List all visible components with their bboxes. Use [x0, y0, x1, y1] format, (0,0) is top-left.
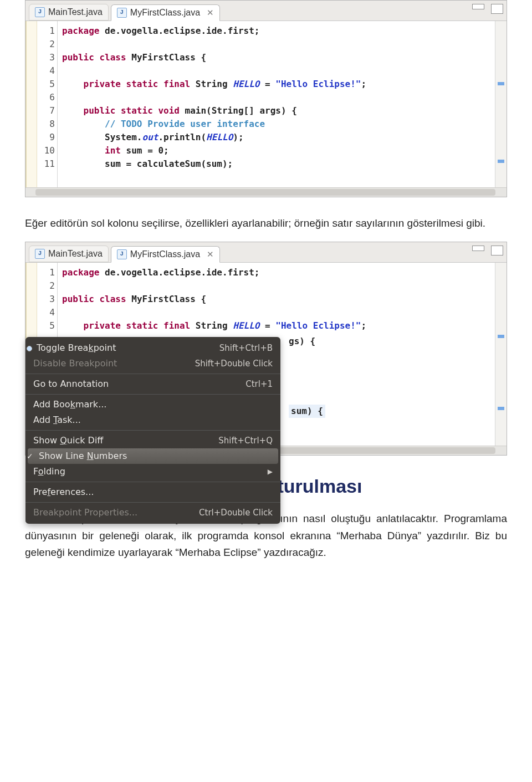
eclipse-editor-1: J MainTest.java J MyFirstClass.java ✕ 1 … [25, 0, 507, 197]
menu-breakpoint-properties: Breakpoint Properties... Ctrl+Double Cli… [25, 502, 280, 520]
tab-myfirstclass[interactable]: J MyFirstClass.java ✕ [111, 4, 220, 21]
overview-ruler-right[interactable] [495, 21, 507, 187]
shortcut-label: Shift+Double Click [195, 358, 273, 369]
tab-maintest[interactable]: J MainTest.java [29, 4, 109, 21]
line-number-gutter[interactable]: 1 2 3 4 5 6 7 8 9 10 11 [37, 21, 58, 187]
shortcut-label: Shift+Ctrl+B [219, 343, 273, 354]
editor-tabbar: J MainTest.java J MyFirstClass.java ✕ [25, 1, 507, 21]
horizontal-scrollbar[interactable] [25, 187, 507, 197]
tab-label: MainTest.java [48, 7, 103, 17]
submenu-arrow-icon: ▶ [268, 466, 273, 477]
overview-mark[interactable] [498, 160, 504, 163]
editor-tabbar: J MainTest.java J MyFirstClass.java ✕ [25, 242, 507, 263]
tab-myfirstclass[interactable]: J MyFirstClass.java ✕ [111, 246, 220, 263]
breakpoint-icon [27, 346, 32, 351]
menu-show-line-numbers[interactable]: ✓ Show Line Numbers [28, 448, 278, 464]
paragraph-editor-sidebar: Eğer editörün sol kolonu seçilirse, özel… [25, 215, 507, 232]
menu-add-task[interactable]: Add Task... [25, 412, 280, 428]
java-file-icon: J [35, 7, 45, 17]
close-icon[interactable]: ✕ [207, 249, 214, 259]
menu-toggle-breakpoint[interactable]: Toggle Breakpoint Shift+Ctrl+B [25, 340, 280, 356]
tab-label: MainTest.java [48, 249, 103, 259]
check-icon: ✓ [27, 451, 33, 462]
minimize-button[interactable] [472, 4, 484, 9]
overview-ruler-left[interactable] [25, 21, 37, 187]
menu-add-bookmark[interactable]: Add Bookmark... [25, 394, 280, 412]
java-file-icon: J [35, 249, 45, 259]
code-area[interactable]: package de.vogella.eclipse.ide.first; pu… [58, 21, 495, 187]
menu-go-to-annotation[interactable]: Go to Annotation Ctrl+1 [25, 374, 280, 392]
menu-preferences[interactable]: Preferences... [25, 482, 280, 500]
shortcut-label: Shift+Ctrl+Q [218, 435, 273, 446]
overview-mark[interactable] [498, 407, 504, 410]
code-fragment: gs) { [289, 335, 315, 348]
menu-show-quick-diff[interactable]: Show Quick Diff Shift+Ctrl+Q [25, 430, 280, 448]
overview-ruler-right[interactable] [495, 263, 507, 446]
menu-disable-breakpoint: Disable Breakpoint Shift+Double Click [25, 356, 280, 371]
line-numbers: 1 2 3 4 5 [37, 266, 57, 333]
maximize-button[interactable] [491, 4, 503, 14]
tab-label: MyFirstClass.java [130, 8, 200, 18]
close-icon[interactable]: ✕ [207, 8, 214, 18]
scrollbar-thumb[interactable] [35, 189, 495, 196]
maximize-button[interactable] [491, 246, 503, 255]
overview-mark[interactable] [498, 335, 504, 338]
minimize-button[interactable] [472, 246, 484, 251]
gutter-context-menu: Toggle Breakpoint Shift+Ctrl+B Disable B… [25, 337, 280, 524]
menu-folding[interactable]: Folding ▶ [25, 464, 280, 479]
java-file-icon: J [117, 8, 127, 18]
java-file-icon: J [117, 249, 127, 259]
shortcut-label: Ctrl+1 [245, 379, 273, 390]
overview-mark[interactable] [498, 82, 504, 85]
line-numbers: 1 2 3 4 5 6 7 8 9 10 11 [37, 24, 57, 171]
code-fragment-highlight: sum) { [289, 405, 325, 418]
tab-label: MyFirstClass.java [130, 249, 200, 259]
shortcut-label: Ctrl+Double Click [199, 507, 273, 518]
eclipse-editor-2: J MainTest.java J MyFirstClass.java ✕ 1 … [25, 242, 507, 456]
tab-maintest[interactable]: J MainTest.java [29, 246, 109, 262]
